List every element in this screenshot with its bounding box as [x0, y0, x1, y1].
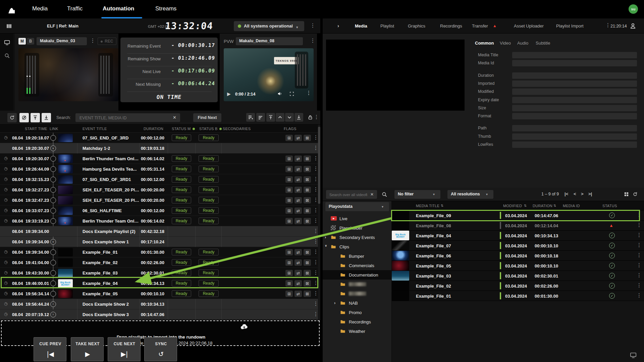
page-last-icon[interactable]: >|: [588, 191, 592, 196]
volume-icon[interactable]: [277, 91, 282, 96]
field-input-size[interactable]: [512, 105, 637, 111]
cue-prev-button[interactable]: CUE PREV|◀: [34, 337, 66, 361]
media-row[interactable]: Big Buck BUNNYExample_File_0403.04.20240…: [392, 231, 644, 241]
transition-button[interactable]: ⇄: [294, 259, 302, 266]
rundown-row[interactable]: ◷08.0419:26:44.09Hamburg Sea Devils Tea.…: [0, 164, 318, 174]
tree-item-live[interactable]: ▶Live: [323, 214, 392, 223]
tree-item-weather[interactable]: Weather: [323, 326, 392, 336]
clear-search-icon[interactable]: ✕: [173, 115, 176, 120]
row-kebab-icon[interactable]: ⋮: [313, 281, 317, 287]
screen-off-flag-button[interactable]: ⊠: [304, 280, 311, 287]
row-kebab-icon[interactable]: ⋮: [313, 177, 317, 183]
group-expand-toggle[interactable]: ›: [50, 312, 56, 317]
take-next-button[interactable]: TAKE NEXT▶: [71, 337, 104, 361]
rundown-row[interactable]: 08.0419:39:34.00∨Docs Example Show 100:1…: [0, 237, 318, 247]
row-kebab-icon[interactable]: ⋮: [313, 156, 317, 162]
nav-item-automation[interactable]: Automation: [103, 5, 134, 13]
media-row[interactable]: Example_File_0903.04.202400:14:47.06✓⋮: [392, 210, 644, 221]
rundown-row[interactable]: 08.0419:39:34.00Docs Example Playlist (2…: [0, 226, 318, 237]
cue-next-button[interactable]: CUE NEXT▶|: [108, 337, 141, 361]
page-next-icon[interactable]: >: [581, 191, 584, 196]
tree-item-nab[interactable]: ›NAB: [323, 298, 392, 308]
chevron-right-icon[interactable]: ›: [325, 235, 326, 240]
link-node[interactable]: [50, 270, 56, 276]
tab-subtitle[interactable]: Subtitle: [536, 41, 550, 46]
media-column-media-title[interactable]: MEDIA TITLE: [416, 204, 439, 208]
move-down-button[interactable]: [285, 113, 294, 122]
group-expand-toggle[interactable]: ›: [50, 301, 56, 307]
rundown-refresh-button[interactable]: [7, 113, 17, 122]
rundown-row[interactable]: ◷08.0420:07:19.12›Docs Example Show 300:…: [0, 309, 318, 320]
secondary-add-button[interactable]: ⊞: [285, 270, 293, 276]
row-kebab-icon[interactable]: ⋮: [313, 270, 317, 276]
field-input-thumb[interactable]: [512, 133, 637, 140]
pvw-player-kebab-icon[interactable]: ⋮: [306, 90, 310, 97]
layout-grid-icon[interactable]: [6, 23, 12, 29]
rundown-row[interactable]: ◷08.0419:20:30.07Berlin Thunder Team Onl…: [0, 154, 318, 164]
add-event-button[interactable]: [246, 113, 255, 122]
group-expand-toggle[interactable]: ∨: [50, 239, 56, 245]
nav-item-streams[interactable]: Streams: [155, 5, 176, 13]
pvw-video-player[interactable]: TEKNOS 9500▶0:00 / 2:14⋮: [224, 48, 314, 101]
screen-off-flag-button[interactable]: ⊠: [304, 218, 311, 224]
tree-item-clips[interactable]: ∨Clips: [323, 242, 392, 251]
media-row[interactable]: Example_File_0203.04.202400:02:26.00✓⋮: [392, 281, 644, 291]
chevron-right-icon[interactable]: ›: [334, 300, 335, 305]
right-header-kebab-icon[interactable]: ⋮: [605, 23, 609, 29]
secondary-add-button[interactable]: ⊞: [285, 176, 293, 183]
tree-item-redacted[interactable]: [323, 280, 392, 289]
transition-button[interactable]: ⇄: [294, 207, 302, 214]
rundown-search-input[interactable]: [79, 113, 167, 123]
row-kebab-icon[interactable]: ⋮: [313, 249, 317, 255]
rundown-row[interactable]: ◷08.0419:56:44.24›Docs Example Show 200:…: [0, 299, 318, 309]
media-row-kebab-icon[interactable]: ⋮: [637, 243, 641, 249]
media-row-kebab-icon[interactable]: ⋮: [637, 223, 641, 229]
screen-off-flag-button[interactable]: ⊠: [304, 135, 311, 141]
link-node[interactable]: [50, 249, 56, 255]
link-node[interactable]: [50, 281, 56, 286]
row-kebab-icon[interactable]: ⋮: [313, 312, 317, 318]
field-input-duration[interactable]: [512, 72, 637, 79]
rundown-kebab-icon[interactable]: ⋮: [314, 115, 318, 121]
row-kebab-icon[interactable]: ⋮: [313, 197, 317, 203]
field-input-media-id[interactable]: [512, 60, 637, 66]
secondary-add-button[interactable]: ⊞: [285, 207, 293, 214]
sort-icon[interactable]: ⇅: [441, 204, 443, 207]
rec-button[interactable]: REC: [98, 38, 116, 45]
transition-button[interactable]: ⇄: [294, 280, 302, 287]
nav-item-media[interactable]: Media: [32, 5, 48, 13]
clear-media-search-icon[interactable]: ✕: [370, 192, 374, 197]
field-input-lowres[interactable]: [512, 141, 637, 148]
tab-common[interactable]: Common: [475, 41, 494, 46]
move-bottom-button[interactable]: [294, 113, 303, 122]
link-node[interactable]: [50, 187, 56, 193]
row-kebab-icon[interactable]: ⋮: [313, 145, 317, 152]
lock-icon[interactable]: [308, 115, 313, 120]
pgm-name-field[interactable]: Makalu_Demo_03: [37, 37, 87, 45]
transition-button[interactable]: ⇄: [294, 218, 302, 224]
media-search-field[interactable]: ✕: [326, 190, 377, 199]
rundown-row[interactable]: 08.0419:20:30.07∨Matchday 1-200:19:03.18…: [0, 143, 318, 154]
rundown-row[interactable]: ◷08.0419:33:19.23Berlin Thunder Team Onl…: [0, 216, 318, 226]
secondary-add-button[interactable]: ⊞: [285, 280, 293, 287]
tree-item-bumper[interactable]: Bumper: [323, 251, 392, 261]
link-node[interactable]: [50, 166, 56, 172]
field-input-expiry-date[interactable]: [512, 97, 637, 103]
right-nav-playlist-import[interactable]: Playlist Import: [556, 23, 584, 28]
rundown-row[interactable]: ◷08.0419:46:00.01Big Buck BUNNYExample_F…: [0, 278, 318, 289]
media-row-kebab-icon[interactable]: ⋮: [637, 253, 641, 259]
player-view-icon[interactable]: [4, 40, 10, 46]
chevron-down-icon[interactable]: ∨: [325, 244, 327, 247]
media-row-kebab-icon[interactable]: ⋮: [637, 283, 641, 289]
row-kebab-icon[interactable]: ⋮: [313, 187, 317, 193]
collapse-panel-icon[interactable]: ›: [337, 23, 339, 28]
media-row[interactable]: Example_File_0603.04.202400:00:10.18✓⋮: [392, 251, 644, 261]
link-node[interactable]: [50, 135, 56, 141]
media-row-kebab-icon[interactable]: ⋮: [637, 293, 641, 299]
screen-off-flag-button[interactable]: ⊠: [304, 249, 311, 255]
media-search-icon[interactable]: [382, 192, 387, 197]
link-node[interactable]: [50, 218, 56, 224]
transition-button[interactable]: ⇄: [294, 291, 302, 297]
link-node[interactable]: [50, 208, 56, 214]
move-up-button[interactable]: [276, 113, 284, 122]
